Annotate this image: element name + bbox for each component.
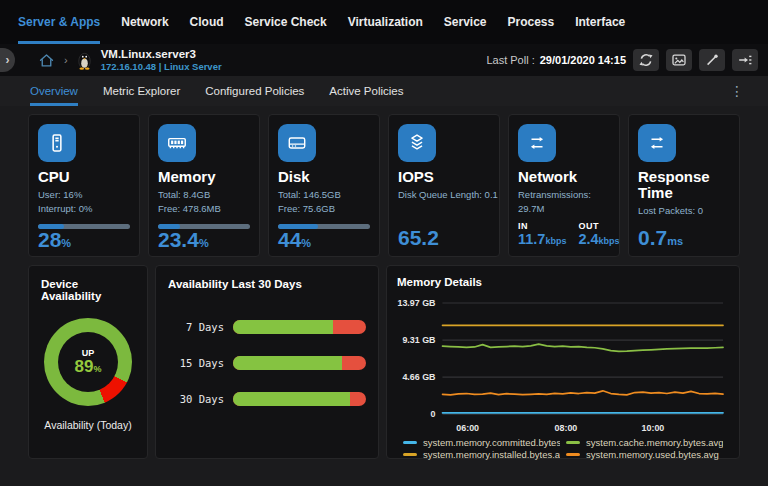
cpu-utilization-value: 28% bbox=[38, 229, 130, 250]
legend-item-installed[interactable]: system.memory.installed.bytes.avg bbox=[403, 449, 560, 460]
cpu-user-stat: User: 16% bbox=[38, 188, 130, 202]
go-to-details-icon bbox=[737, 52, 753, 68]
memory-icon bbox=[158, 124, 196, 162]
nav-item-interface[interactable]: Interface bbox=[575, 0, 625, 44]
diagonal-expand-icon bbox=[704, 52, 720, 68]
availability-bar-15days[interactable] bbox=[233, 356, 366, 370]
disk-free-stat: Free: 75.6GB bbox=[278, 202, 370, 216]
memory-free-stat: Free: 478.6MB bbox=[158, 202, 250, 216]
panel-title: Device Availability bbox=[41, 278, 135, 302]
network-card[interactable]: Network Retransmissions: 29.7M IN 11.7kb… bbox=[508, 114, 620, 257]
disk-icon bbox=[278, 124, 316, 162]
availability-bar-row-30days: 30 Days bbox=[168, 392, 366, 406]
home-icon bbox=[38, 52, 55, 69]
card-title: Disk bbox=[278, 169, 370, 185]
traffic-out: OUT 2.4kbps bbox=[578, 221, 619, 248]
home-button[interactable] bbox=[38, 52, 55, 69]
card-title: CPU bbox=[38, 169, 130, 185]
chart-legend: system.memory.committed.bytes.avg system… bbox=[397, 437, 729, 460]
more-options-kebab-icon[interactable]: ⋮ bbox=[730, 84, 744, 98]
device-details-button[interactable] bbox=[732, 49, 758, 71]
snapshot-image-icon bbox=[671, 52, 687, 68]
in-value: 11.7kbps bbox=[518, 231, 566, 248]
breadcrumb-separator: › bbox=[64, 54, 68, 66]
tab-overview[interactable]: Overview bbox=[30, 76, 78, 106]
memory-details-panel: Memory Details 13.97 GB9.31 GB4.66 GB006… bbox=[386, 265, 740, 459]
card-title: Response Time bbox=[638, 169, 730, 201]
svg-text:06:00: 06:00 bbox=[456, 422, 479, 432]
lost-packets-stat: Lost Packets: 0 bbox=[638, 204, 730, 218]
svg-text:10:00: 10:00 bbox=[642, 422, 665, 432]
bar-label: 30 Days bbox=[168, 393, 224, 405]
legend-dash-icon bbox=[403, 453, 417, 456]
last-poll-label: Last Poll : bbox=[486, 54, 534, 66]
panel-title: Availability Last 30 Days bbox=[168, 278, 366, 290]
traffic-in: IN 11.7kbps bbox=[518, 221, 566, 248]
nav-item-service[interactable]: Service bbox=[444, 0, 487, 44]
card-title: IOPS bbox=[398, 169, 490, 185]
response-time-card[interactable]: Response Time Lost Packets: 0 0.7ms bbox=[628, 114, 740, 257]
legend-item-used[interactable]: system.memory.used.bytes.avg bbox=[566, 449, 723, 460]
expand-sidebar-button[interactable]: › bbox=[0, 48, 15, 72]
expand-button[interactable] bbox=[699, 49, 725, 71]
device-ip-type[interactable]: 172.16.10.48 | Linux Server bbox=[101, 61, 222, 72]
nav-item-virtualization[interactable]: Virtualization bbox=[348, 0, 423, 44]
availability-30days-panel: Availability Last 30 Days 7 Days 15 Days… bbox=[155, 265, 379, 459]
disk-card[interactable]: Disk Total: 146.5GB Free: 75.6GB 44% bbox=[268, 114, 380, 257]
tab-active-policies[interactable]: Active Policies bbox=[329, 76, 403, 106]
refresh-button[interactable] bbox=[633, 49, 659, 71]
svg-text:08:00: 08:00 bbox=[555, 422, 578, 432]
cpu-card[interactable]: CPU User: 16% Interrupt: 0% 28% bbox=[28, 114, 140, 257]
toolbar-actions: Last Poll : 29/01/2020 14:15 bbox=[486, 49, 758, 71]
memory-card[interactable]: Memory Total: 8.4GB Free: 478.6MB 23.4% bbox=[148, 114, 260, 257]
metric-cards-row: CPU User: 16% Interrupt: 0% 28% bbox=[28, 114, 740, 257]
legend-item-committed[interactable]: system.memory.committed.bytes.avg bbox=[403, 437, 560, 448]
memory-utilization-value: 23.4% bbox=[158, 229, 250, 250]
svg-text:13.97 GB: 13.97 GB bbox=[397, 298, 435, 308]
transfer-arrows-icon bbox=[638, 124, 676, 162]
panel-title: Memory Details bbox=[397, 276, 729, 288]
out-label: OUT bbox=[578, 221, 619, 231]
layers-icon bbox=[398, 124, 436, 162]
tab-configured-policies[interactable]: Configured Policies bbox=[205, 76, 304, 106]
bottom-panels-row: Device Availability UP 89% Availability … bbox=[28, 265, 740, 459]
availability-bar-30days[interactable] bbox=[233, 392, 366, 406]
device-identity: VM.Linux.server3 172.16.10.48 | Linux Se… bbox=[101, 48, 222, 73]
availability-donut-chart[interactable]: UP 89% bbox=[44, 318, 132, 406]
card-title: Network bbox=[518, 169, 610, 185]
tab-metric-explorer[interactable]: Metric Explorer bbox=[103, 76, 180, 106]
iops-value: 65.2 bbox=[398, 227, 490, 248]
iops-card[interactable]: IOPS Disk Queue Length: 0.1 65.2 bbox=[388, 114, 500, 257]
nav-item-service-check[interactable]: Service Check bbox=[245, 0, 327, 44]
availability-caption: Availability (Today) bbox=[44, 419, 131, 431]
legend-dash-icon bbox=[566, 441, 580, 444]
refresh-icon bbox=[638, 52, 654, 68]
nav-item-server-apps[interactable]: Server & Apps bbox=[18, 0, 100, 44]
availability-bar-7days[interactable] bbox=[233, 320, 366, 334]
availability-bar-row-15days: 15 Days bbox=[168, 356, 366, 370]
device-availability-panel: Device Availability UP 89% Availability … bbox=[28, 265, 148, 459]
nav-item-network[interactable]: Network bbox=[121, 0, 168, 44]
snapshot-button[interactable] bbox=[666, 49, 692, 71]
cpu-icon bbox=[38, 124, 76, 162]
availability-bar-row-7days: 7 Days bbox=[168, 320, 366, 334]
svg-text:0: 0 bbox=[431, 409, 436, 419]
memory-details-line-chart[interactable]: 13.97 GB9.31 GB4.66 GB006:0008:0010:00 bbox=[397, 290, 729, 436]
nav-item-process[interactable]: Process bbox=[508, 0, 555, 44]
legend-item-cache[interactable]: system.cache.memory.bytes.avg bbox=[566, 437, 723, 448]
legend-dash-icon bbox=[403, 441, 417, 444]
linux-penguin-icon bbox=[77, 51, 92, 70]
svg-text:9.31 GB: 9.31 GB bbox=[402, 335, 435, 345]
nav-item-cloud[interactable]: Cloud bbox=[190, 0, 224, 44]
retransmissions-value: 29.7M bbox=[518, 202, 610, 216]
out-value: 2.4kbps bbox=[578, 231, 619, 248]
disk-total-stat: Total: 146.5GB bbox=[278, 188, 370, 202]
bar-label: 15 Days bbox=[168, 357, 224, 369]
retransmissions-label: Retransmissions: bbox=[518, 188, 610, 202]
memory-total-stat: Total: 8.4GB bbox=[158, 188, 250, 202]
last-poll-value: 29/01/2020 14:15 bbox=[540, 54, 626, 66]
overview-content: CPU User: 16% Interrupt: 0% 28% bbox=[0, 106, 768, 486]
top-nav: Server & Apps Network Cloud Service Chec… bbox=[0, 0, 768, 44]
response-time-value: 0.7ms bbox=[638, 227, 730, 248]
transfer-arrows-icon bbox=[518, 124, 556, 162]
